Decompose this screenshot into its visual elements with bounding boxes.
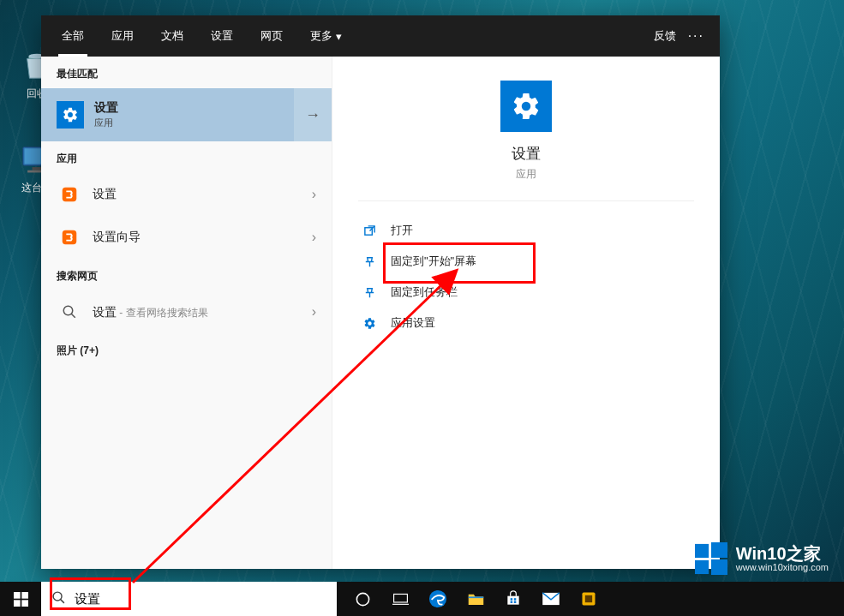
tab-settings[interactable]: 设置 — [197, 15, 247, 57]
pin-icon — [362, 285, 377, 299]
svg-point-7 — [63, 306, 73, 315]
action-label: 固定到"开始"屏幕 — [391, 254, 476, 269]
start-button[interactable] — [0, 582, 41, 616]
search-input[interactable] — [75, 592, 326, 607]
watermark: Win10之家 www.win10xitong.com — [695, 542, 829, 575]
result-sub: - 查看网络搜索结果 — [117, 307, 208, 319]
windows-logo-icon — [695, 542, 727, 575]
svg-rect-25 — [514, 601, 517, 604]
gear-icon — [57, 101, 84, 129]
action-label: 应用设置 — [391, 315, 435, 331]
chevron-down-icon: ▾ — [336, 30, 342, 43]
chevron-right-icon: › — [312, 230, 316, 245]
section-photos: 照片 (7+) — [41, 333, 332, 365]
watermark-url: www.win10xitong.com — [736, 562, 829, 572]
search-icon — [51, 590, 66, 608]
gear-icon — [362, 316, 377, 330]
tab-more[interactable]: 更多 ▾ — [296, 15, 356, 57]
taskbar-explorer[interactable] — [457, 582, 494, 616]
preview-pane: 设置 应用 打开 固定到"开始"屏幕 固定到任务栏 应用设置 — [332, 57, 720, 569]
result-web-item[interactable]: 设置 - 查看网络搜索结果 › — [41, 290, 332, 333]
result-sub: 应用 — [94, 117, 316, 129]
preview-app-icon — [500, 81, 552, 132]
taskbar-search-box[interactable] — [41, 582, 337, 616]
preview-sub: 应用 — [358, 167, 694, 182]
action-pin-start[interactable]: 固定到"开始"屏幕 — [358, 246, 694, 277]
open-icon — [362, 224, 377, 237]
svg-line-8 — [71, 314, 75, 318]
section-best-match: 最佳匹配 — [41, 57, 332, 88]
svg-rect-22 — [511, 598, 513, 601]
svg-rect-5 — [63, 188, 77, 202]
taskbar-cortana[interactable] — [344, 582, 381, 616]
action-open[interactable]: 打开 — [358, 215, 694, 246]
result-settings-app[interactable]: 设置 应用 → — [41, 88, 332, 141]
action-label: 打开 — [391, 223, 413, 238]
section-apps: 应用 — [41, 141, 332, 173]
taskbar-app[interactable] — [570, 582, 608, 616]
action-app-settings[interactable]: 应用设置 — [358, 308, 694, 338]
watermark-title: Win10之家 — [736, 545, 829, 562]
taskbar — [0, 582, 844, 616]
result-title: 设置 — [93, 305, 117, 319]
svg-rect-14 — [21, 600, 28, 607]
svg-rect-23 — [514, 598, 517, 601]
svg-rect-6 — [63, 230, 77, 245]
svg-rect-29 — [695, 544, 709, 558]
preview-title: 设置 — [358, 144, 694, 164]
windows-icon — [14, 592, 28, 607]
results-list: 最佳匹配 设置 应用 → 应用 设置 › — [41, 57, 332, 569]
result-title: 设置向导 — [93, 230, 305, 245]
svg-point-17 — [356, 593, 368, 605]
result-title: 设置 — [93, 187, 305, 202]
svg-rect-13 — [14, 600, 21, 607]
svg-rect-11 — [14, 592, 21, 599]
chevron-right-icon: › — [312, 187, 316, 202]
svg-rect-28 — [585, 595, 592, 602]
expand-arrow-icon[interactable]: → — [294, 88, 332, 141]
result-app-item[interactable]: 设置向导 › — [41, 216, 332, 259]
search-icon — [57, 299, 82, 325]
tab-documents[interactable]: 文档 — [147, 15, 197, 57]
taskbar-edge[interactable] — [419, 582, 457, 616]
taskbar-store[interactable] — [494, 582, 532, 616]
app-icon — [57, 182, 82, 207]
svg-rect-12 — [21, 592, 28, 599]
action-label: 固定到任务栏 — [391, 284, 458, 300]
more-options-button[interactable]: ··· — [688, 28, 704, 44]
pin-icon — [362, 254, 377, 268]
tab-all[interactable]: 全部 — [48, 15, 98, 57]
tab-apps[interactable]: 应用 — [98, 15, 147, 57]
feedback-button[interactable]: 反馈 — [654, 28, 676, 44]
svg-rect-21 — [468, 596, 483, 598]
svg-rect-3 — [33, 167, 42, 170]
search-results-panel: 全部 应用 文档 设置 网页 更多 ▾ 反馈 ··· 最佳匹配 设置 应 — [41, 15, 720, 569]
search-panel-header: 全部 应用 文档 设置 网页 更多 ▾ 反馈 ··· — [41, 15, 720, 57]
svg-line-16 — [61, 599, 64, 602]
app-icon — [57, 224, 82, 250]
chevron-right-icon: › — [312, 304, 316, 320]
action-pin-taskbar[interactable]: 固定到任务栏 — [358, 277, 694, 308]
svg-point-15 — [53, 592, 62, 601]
svg-rect-30 — [711, 542, 727, 558]
taskbar-mail[interactable] — [532, 582, 570, 616]
svg-rect-32 — [711, 559, 727, 575]
section-web: 搜索网页 — [41, 259, 332, 290]
svg-rect-18 — [393, 594, 407, 602]
svg-rect-31 — [695, 560, 709, 574]
taskbar-task-view[interactable] — [381, 582, 419, 616]
result-title: 设置 — [94, 100, 316, 116]
tab-web[interactable]: 网页 — [247, 15, 296, 57]
result-app-item[interactable]: 设置 › — [41, 173, 332, 216]
svg-rect-24 — [511, 601, 513, 604]
